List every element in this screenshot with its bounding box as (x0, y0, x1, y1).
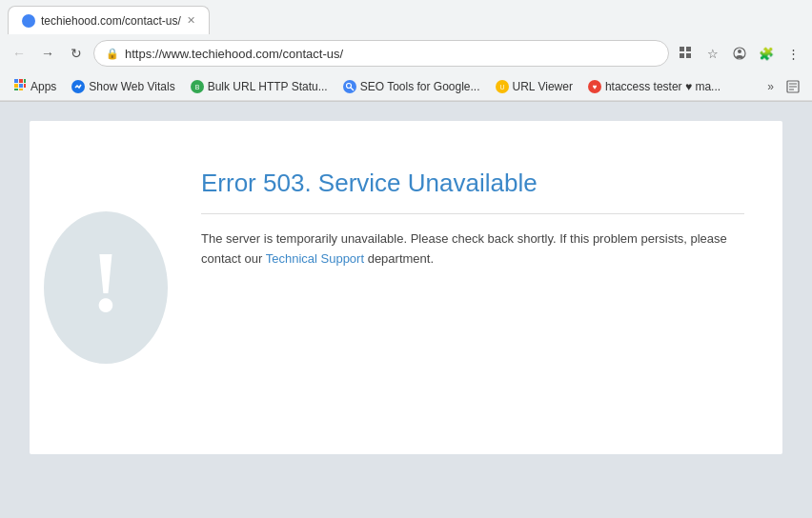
grid-view-button[interactable] (675, 42, 698, 65)
forward-button[interactable]: → (36, 42, 59, 65)
apps-label: Apps (30, 80, 56, 93)
grid-icon (680, 47, 693, 60)
bookmarks-bar: Apps Show Web Vitals B Bulk URL HTTP Sta… (0, 72, 812, 101)
seo-tools-favicon (343, 80, 356, 93)
svg-rect-1 (686, 47, 691, 51)
error-divider (201, 213, 744, 214)
url-text: https://www.techiehood.com/contact-us/ (125, 47, 657, 61)
bookmarks-more-button[interactable]: » (767, 80, 774, 93)
tab-close-button[interactable]: ✕ (187, 14, 195, 27)
menu-button[interactable]: ⋮ (782, 42, 804, 65)
reading-list-button[interactable] (782, 75, 804, 98)
bookmark-seo-tools[interactable]: SEO Tools for Google... (337, 77, 486, 96)
bookmark-bulk-url[interactable]: B Bulk URL HTTP Statu... (185, 77, 334, 96)
svg-text:♥: ♥ (593, 83, 598, 91)
extensions-button[interactable]: 🧩 (755, 42, 778, 65)
bookmark-url-viewer[interactable]: U URL Viewer (490, 77, 579, 96)
active-tab[interactable]: techiehood.com/contact-us/ ✕ (8, 6, 210, 34)
htaccess-label: htaccess tester ♥ ma... (605, 80, 721, 93)
svg-rect-12 (14, 89, 18, 90)
url-viewer-label: URL Viewer (513, 80, 573, 93)
show-web-vitals-label: Show Web Vitals (89, 80, 174, 93)
reload-button[interactable]: ↻ (65, 42, 88, 65)
bookmark-htaccess[interactable]: ♥ htaccess tester ♥ ma... (582, 77, 726, 96)
back-button[interactable]: ← (8, 42, 30, 65)
tab-title: techiehood.com/contact-us/ (41, 14, 181, 28)
svg-rect-11 (24, 84, 26, 88)
svg-rect-7 (19, 79, 23, 83)
bookmark-apps[interactable]: Apps (8, 75, 62, 97)
technical-support-link[interactable]: Technical Support (266, 251, 364, 266)
browser-chrome: techiehood.com/contact-us/ ✕ ← → ↻ 🔒 htt… (0, 0, 812, 102)
htaccess-favicon: ♥ (588, 80, 601, 93)
error-title: Error 503. Service Unavailable (201, 169, 744, 198)
seo-tools-label: SEO Tools for Google... (360, 80, 480, 93)
apps-grid-icon (13, 78, 27, 94)
address-bar[interactable]: 🔒 https://www.techiehood.com/contact-us/ (93, 40, 669, 67)
lock-icon: 🔒 (106, 48, 119, 60)
tab-favicon (22, 14, 35, 28)
svg-rect-13 (19, 89, 23, 90)
error-icon-area: ! (30, 121, 182, 454)
address-bar-row: ← → ↻ 🔒 https://www.techiehood.com/conta… (0, 34, 812, 72)
exclamation-mark: ! (91, 240, 120, 326)
reading-list-icon (786, 80, 800, 93)
error-circle: ! (44, 211, 168, 364)
svg-rect-6 (14, 79, 18, 83)
svg-rect-10 (19, 84, 23, 88)
url-viewer-favicon: U (496, 80, 509, 93)
error-message-part2: department. (364, 251, 434, 266)
toolbar-right: ☆ 🧩 ⋮ (675, 42, 804, 65)
svg-rect-3 (686, 53, 691, 58)
error-message: The server is temporarily unavailable. P… (201, 229, 744, 269)
account-icon (733, 47, 746, 60)
svg-text:U: U (499, 84, 504, 90)
page-content-area: ! Error 503. Service Unavailable The ser… (0, 102, 812, 518)
svg-rect-0 (680, 47, 684, 51)
error-content: Error 503. Service Unavailable The serve… (182, 121, 782, 454)
bookmark-show-web-vitals[interactable]: Show Web Vitals (66, 77, 180, 96)
star-button[interactable]: ☆ (701, 42, 724, 65)
svg-text:B: B (194, 84, 199, 90)
error-card: ! Error 503. Service Unavailable The ser… (30, 121, 782, 454)
svg-point-5 (738, 50, 741, 53)
account-button[interactable] (728, 42, 751, 65)
bulk-url-label: Bulk URL HTTP Statu... (208, 80, 328, 93)
show-web-vitals-favicon (71, 80, 85, 93)
svg-rect-8 (24, 79, 26, 83)
svg-rect-2 (680, 53, 684, 58)
bulk-url-favicon: B (191, 80, 204, 93)
tab-bar: techiehood.com/contact-us/ ✕ (0, 0, 812, 34)
svg-rect-9 (14, 84, 18, 88)
